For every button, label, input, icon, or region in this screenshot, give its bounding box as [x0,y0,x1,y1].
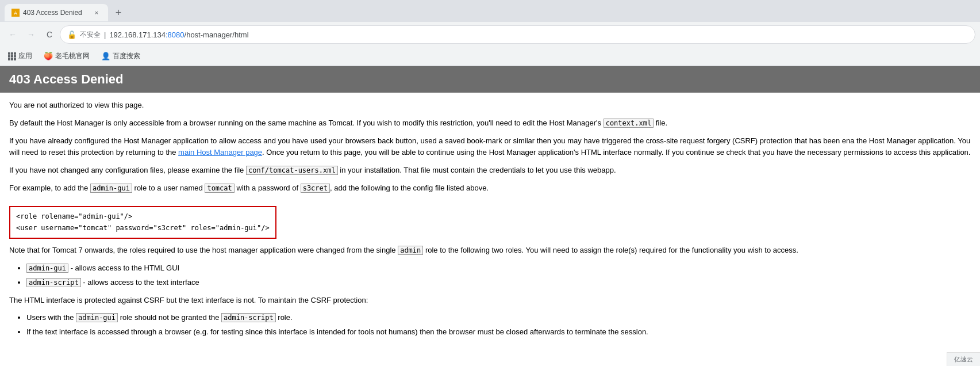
roles-list-item-1: admin-gui - allows access to the HTML GU… [26,262,971,274]
bookmarks-bar: 应用 🍑 老毛桃官网 👤 百度搜索 [0,47,980,66]
admin-script-csrf: admin-script [221,313,276,322]
active-tab[interactable]: A 403 Access Denied × [5,4,108,21]
admin-script-role: admin-script [26,278,81,287]
bookmark-laomaitao-label: 老毛桃官网 [55,51,90,61]
baidu-icon: 👤 [101,52,110,60]
tab-title: 403 Access Denied [23,9,82,17]
address-separator: | [104,30,106,39]
browser-chrome: A 403 Access Denied × + ← → C 🔓 不安全 | 19… [0,0,980,66]
paragraph-5: For example, to add the admin-gui role t… [9,182,971,195]
tab-bar: A 403 Access Denied × + [0,0,980,22]
paragraph-1: You are not authorized to view this page… [9,100,971,112]
svg-text:A: A [14,10,17,16]
roles-list-item-2: admin-script - allows access to the text… [26,277,971,289]
context-xml-code: context.xml [604,119,654,128]
csrf-list-item-2: If the text interface is accessed throug… [26,326,971,338]
bookmark-baidu-label: 百度搜索 [113,51,140,61]
bookmark-apps-label: 应用 [18,51,32,61]
bookmark-baidu[interactable]: 👤 百度搜索 [98,50,144,62]
address-bar[interactable]: 🔓 不安全 | 192.168.171.134:8080/host-manage… [60,25,975,44]
admin-inline: admin [398,246,423,255]
xml-code-block: <role rolename="admin-gui"/> <user usern… [9,206,276,239]
page-body: You are not authorized to view this page… [0,93,980,351]
csrf-paragraph: The HTML interface is protected against … [9,295,971,307]
tab-close-button[interactable]: × [92,8,101,17]
apps-grid-icon [8,52,16,60]
navigation-bar: ← → C 🔓 不安全 | 192.168.171.134:8080/host-… [0,22,980,47]
admin-gui-role: admin-gui [26,264,68,273]
laomaitao-icon: 🍑 [44,52,53,60]
tomcat-users-xml-code: conf/tomcat-users.xml [246,166,338,175]
tomcat-inline: tomcat [205,184,234,193]
back-button[interactable]: ← [5,26,21,43]
csrf-list: Users with the admin-gui role should not… [26,312,971,338]
code-line-2: <user username="tomcat" password="s3cret… [16,223,270,234]
roles-list: admin-gui - allows access to the HTML GU… [26,262,971,289]
new-tab-button[interactable]: + [110,5,126,21]
s3cret-inline: s3cret [301,184,330,193]
forward-button[interactable]: → [23,26,39,43]
admin-gui-csrf: admin-gui [76,313,118,322]
security-text: 不安全 [80,30,101,40]
bookmark-laomaitao[interactable]: 🍑 老毛桃官网 [40,50,93,62]
error-heading: 403 Access Denied [9,72,124,86]
bookmark-apps[interactable]: 应用 [5,50,36,62]
paragraph-3: If you have already configured the Host … [9,135,971,159]
admin-gui-inline-1: admin-gui [90,184,132,193]
address-text: 192.168.171.134:8080/host-manager/html [109,30,968,39]
paragraph-4: If you have not changed any configuratio… [9,165,971,177]
page-content: 403 Access Denied You are not authorized… [0,66,980,351]
tab-favicon: A [11,9,20,17]
csrf-list-item-1: Users with the admin-gui role should not… [26,312,971,324]
error-header: 403 Access Denied [0,66,980,93]
security-icon: 🔓 [67,30,76,39]
code-line-1: <role rolename="admin-gui"/> [16,211,270,222]
main-host-manager-link[interactable]: main Host Manager page [178,148,262,157]
paragraph-2: By default the Host Manager is only acce… [9,117,971,129]
reload-button[interactable]: C [41,26,57,43]
note-paragraph: Note that for Tomcat 7 onwards, the role… [9,245,971,257]
